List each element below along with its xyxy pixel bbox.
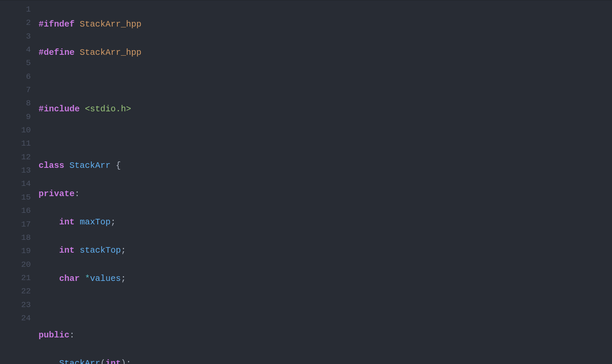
line-number: 12 [0, 151, 31, 164]
code-line[interactable] [39, 300, 612, 314]
member-stackTop: stackTop [80, 245, 121, 255]
line-number: 10 [0, 124, 31, 137]
line-number: 22 [0, 285, 31, 298]
line-number-gutter: 1 2 3 4 5 6 7 8 9 10 11 12 13 14 15 16 1… [0, 0, 39, 364]
code-line[interactable] [39, 74, 612, 88]
code-line[interactable]: #include <stdio.h> [39, 102, 612, 116]
member-values: values [90, 274, 121, 283]
line-number: 24 [0, 312, 31, 325]
keyword-int: int [59, 245, 75, 255]
line-number: 3 [0, 30, 31, 43]
line-number: 16 [0, 204, 31, 218]
preprocessor-define: #define [39, 48, 75, 57]
line-number: 19 [0, 245, 31, 258]
line-number: 21 [0, 272, 31, 285]
line-number: 7 [0, 84, 31, 97]
line-number: 14 [0, 177, 31, 191]
line-number: 18 [0, 231, 31, 245]
line-number: 1 [0, 3, 31, 16]
keyword-class: class [39, 161, 64, 170]
line-number: 6 [0, 70, 31, 84]
code-line[interactable]: int stackTop; [39, 243, 612, 257]
pointer-star: * [85, 274, 90, 283]
brace-open: { [116, 161, 121, 170]
line-number: 5 [0, 57, 31, 70]
code-line[interactable]: int maxTop; [39, 215, 612, 229]
keyword-private: private [39, 189, 75, 199]
code-line[interactable]: public: [39, 328, 612, 342]
line-number: 20 [0, 258, 31, 272]
member-maxTop: maxTop [80, 217, 111, 227]
macro-name: StackArr_hpp [80, 48, 141, 57]
line-number: 2 [0, 16, 31, 30]
preprocessor-ifndef: #ifndef [39, 19, 75, 29]
keyword-int: int [59, 217, 75, 227]
keyword-char: char [59, 274, 80, 283]
line-number: 17 [0, 218, 31, 231]
code-editor[interactable]: 1 2 3 4 5 6 7 8 9 10 11 12 13 14 15 16 1… [0, 0, 612, 364]
code-line[interactable]: #define StackArr_hpp [39, 45, 612, 60]
code-line[interactable]: private: [39, 187, 612, 201]
preprocessor-include: #include [39, 104, 80, 114]
code-area[interactable]: #ifndef StackArr_hpp #define StackArr_hp… [39, 0, 612, 364]
code-line[interactable]: char *values; [39, 272, 612, 286]
code-line[interactable]: class StackArr { [39, 158, 612, 173]
include-file: <stdio.h> [85, 104, 131, 114]
line-number: 13 [0, 164, 31, 177]
line-number: 9 [0, 110, 31, 124]
class-name: StackArr [69, 161, 111, 170]
line-number: 11 [0, 137, 31, 150]
macro-name: StackArr_hpp [80, 19, 141, 29]
line-number: 23 [0, 298, 31, 312]
line-number: 15 [0, 191, 31, 204]
keyword-public: public [39, 330, 69, 340]
constructor: StackArr [59, 358, 100, 364]
code-line[interactable]: StackArr(int); [39, 356, 612, 364]
line-number: 8 [0, 97, 31, 110]
code-line[interactable] [39, 130, 612, 144]
code-line[interactable]: #ifndef StackArr_hpp [39, 17, 612, 31]
line-number: 4 [0, 43, 31, 57]
